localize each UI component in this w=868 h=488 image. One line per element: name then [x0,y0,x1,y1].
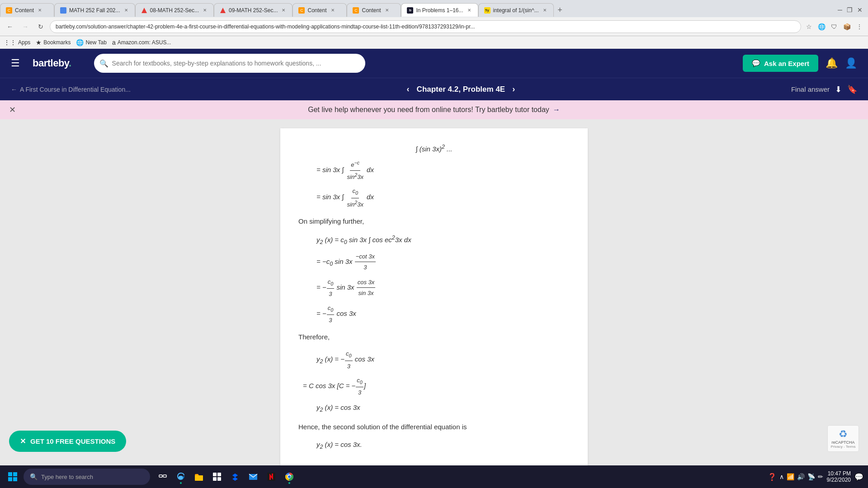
tab-inproblems[interactable]: b In Problems 1–16... ✕ [401,3,478,17]
extension-icon-2[interactable]: 🛡 [829,22,839,32]
pen-icon[interactable]: ✏ [818,473,823,480]
edge-browser-app[interactable] [173,469,189,485]
chapter-title: Chapter 4.2, Problem 4E [417,85,505,94]
content-area: ∫ (sin 3x)2 ... = sin 3x ∫ e−csin23x dx … [0,119,868,478]
minimize-button[interactable]: ─ [838,6,842,14]
taskbar-apps [155,469,297,485]
amazon-bookmark[interactable]: a Amazon.com: ASUS... [112,39,171,46]
solution-math-top: ∫ (sin 3x)2 ... [298,142,570,155]
chat-icon: 💬 [752,59,760,67]
equation-5: = −c03 sin 3x cos 3xsin 3x [316,277,570,299]
network-icon[interactable]: 📶 [787,473,794,480]
tab-close-7[interactable]: ✕ [466,7,472,14]
address-input[interactable] [50,20,801,33]
tab-close-6[interactable]: ✕ [384,7,390,14]
brand-logo[interactable]: bartleby. [33,57,71,69]
hence-text: Hence, the second solution of the differ… [298,421,570,433]
new-tab-bookmark[interactable]: 🌐 New Tab [76,39,106,46]
apps-bookmark[interactable]: ⋮⋮ Apps [4,39,30,46]
close-button[interactable]: ✕ [857,6,863,14]
user-account-icon[interactable]: 👤 [845,57,857,69]
dropbox-app[interactable] [227,469,243,485]
file-explorer-app[interactable] [191,469,207,485]
wifi-icon[interactable]: 📡 [807,473,815,480]
tab-close-2[interactable]: ✕ [123,7,129,14]
taskbar-search-icon: 🔍 [30,473,38,480]
tab-math252[interactable]: MATH 252 Fall 202... ✕ [54,3,135,17]
bookmarks-bookmark[interactable]: ★ Bookmarks [36,39,71,46]
notification-center-icon[interactable]: 💬 [854,473,863,481]
prev-problem-button[interactable]: ‹ [407,84,410,94]
back-to-textbook-link[interactable]: ← A First Course in Differential Equatio… [11,86,131,93]
mail-app[interactable] [245,469,261,485]
tab-content-1[interactable]: C Content ✕ [0,3,54,17]
settings-app[interactable] [209,469,225,485]
tab-close-4[interactable]: ✕ [280,7,287,14]
simplifying-text: On simplifying further, [298,215,570,227]
banner-cta-link[interactable]: → [553,106,560,114]
next-problem-button[interactable]: › [512,84,515,94]
hamburger-menu[interactable]: ☰ [11,57,20,69]
search-input[interactable] [94,54,365,73]
star-icon[interactable]: ☆ [804,22,814,32]
banner-close-button[interactable]: ✕ [9,105,16,115]
promo-banner: ✕ Get live help whenever you need from o… [0,100,868,119]
chevron-up-icon[interactable]: ∧ [779,473,784,480]
bookmark-icon[interactable]: 🔖 [847,84,857,94]
svg-point-19 [288,475,291,478]
tab-content-3[interactable]: C Content ✕ [347,3,401,17]
help-icon[interactable]: ❓ [768,473,777,481]
new-tab-button[interactable]: + [554,4,566,16]
tab-close-5[interactable]: ✕ [330,7,336,14]
svg-rect-12 [217,477,221,481]
menu-icon[interactable]: ⋮ [854,22,864,32]
therefore-text: Therefore, [298,331,570,343]
extension-icon-3[interactable]: 📦 [842,22,852,32]
bookmarks-bar: ⋮⋮ Apps ★ Bookmarks 🌐 New Tab a Amazon.c… [0,36,868,49]
final-answer-label: Final answer [791,85,830,93]
start-button[interactable] [5,469,21,485]
tab-content-2[interactable]: C Content ✕ [292,3,347,17]
equation-7: y2 (x) = −c03 cos 3x [316,348,570,371]
taskbar-time[interactable]: 10:47 PM 9/22/2020 [827,470,851,483]
forward-button[interactable]: → [19,20,32,33]
free-questions-button[interactable]: ✕ GET 10 FREE QUESTIONS [9,431,126,452]
volume-icon[interactable]: 🔊 [797,473,805,480]
download-icon[interactable]: ⬇ [835,84,842,94]
chrome-app[interactable] [281,469,297,485]
tab-close-8[interactable]: ✕ [542,7,548,14]
taskbar: 🔍 Type here to search [0,465,868,488]
tab-close-1[interactable]: ✕ [37,7,43,14]
final-answer-area: Final answer ⬇ 🔖 [791,84,857,94]
equation-6: = −c03 cos 3x [316,303,570,325]
browser-chrome: C Content ✕ MATH 252 Fall 202... ✕ 08-MA… [0,0,868,49]
chapter-nav: ‹ Chapter 4.2, Problem 4E › [131,84,791,94]
recaptcha-text: reCAPTCHA [830,440,856,445]
restore-button[interactable]: ❐ [847,6,853,14]
banner-text: Get live help whenever you need from onl… [308,106,549,114]
refresh-button[interactable]: ↻ [34,20,47,33]
equation-4: = −c0 sin 3x −cot 3x3 [316,251,570,273]
svg-rect-4 [8,477,12,481]
svg-rect-7 [163,475,166,477]
extension-icon-1[interactable]: 🌐 [816,22,826,32]
svg-marker-14 [232,474,238,477]
recaptcha-links: Privacy - Terms [830,445,856,449]
taskbar-search[interactable]: 🔍 Type here to search [24,469,150,485]
tab-close-3[interactable]: ✕ [202,7,208,14]
address-bar-icons: ☆ 🌐 🛡 📦 ⋮ [804,22,864,32]
back-button[interactable]: ← [4,20,16,33]
tab-08math[interactable]: 08-MATH 252-Sec... ✕ [135,3,214,17]
task-view-button[interactable] [155,469,171,485]
tab-09math[interactable]: 09-MATH 252-Sec... ✕ [214,3,292,17]
notifications-icon[interactable]: 🔔 [826,57,838,69]
tab-integral[interactable]: 5y integral of 1/(sin^... ✕ [478,3,554,17]
address-bar-row: ← → ↻ ☆ 🌐 🛡 📦 ⋮ [0,17,868,36]
chrome-active-indicator [288,482,290,484]
svg-marker-0 [142,8,147,13]
equation-9: y2 (x) = cos 3x [316,401,570,415]
ask-expert-button[interactable]: 💬 Ask an Expert [743,55,818,72]
netflix-app[interactable] [263,469,279,485]
main-search-bar[interactable]: 🔍 [94,54,365,73]
recaptcha-logo: ♻ [830,428,856,440]
